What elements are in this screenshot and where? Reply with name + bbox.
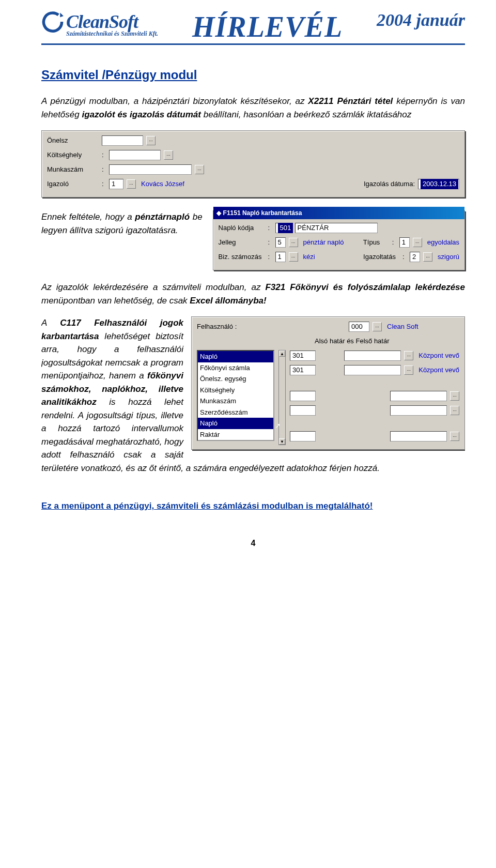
form1-koltseghely-field[interactable]	[109, 150, 161, 160]
f2-bizszamozas-label: Biz. számozás	[219, 252, 265, 262]
lookup-button[interactable]: ...	[127, 179, 136, 189]
f3-felhasznalo-name: Clean Soft	[387, 322, 459, 332]
scroll-up-icon[interactable]: ▲	[279, 351, 285, 357]
page-number: 4	[41, 539, 465, 548]
logo-subtitle: Számítástechnikai és Számviteli Kft.	[66, 30, 158, 38]
f3-felhasznalo-field[interactable]: 000	[349, 322, 369, 332]
f3-upper4-field[interactable]	[390, 405, 447, 416]
list-item[interactable]: Napló	[198, 418, 273, 429]
logo: CleanSoft Számítástechnikai és Számvitel…	[41, 10, 158, 38]
newsletter-date: 2004 január	[377, 10, 465, 30]
lookup-button[interactable]: ...	[450, 406, 459, 415]
form1-munkaszam-label: Munkaszám	[47, 164, 99, 175]
f2-igazoltatas-label: Igazoltatás	[363, 252, 399, 262]
f2-igazoltatas-field[interactable]: 2	[410, 252, 420, 262]
list-item[interactable]: Önelsz. egység	[198, 373, 273, 385]
lookup-button[interactable]: ...	[289, 238, 298, 247]
lookup-button[interactable]: ...	[373, 322, 382, 331]
form2-panel: ◆ F1151 Napló karbantartása Napló kódja:…	[213, 210, 465, 270]
form1-igazolo-field[interactable]: 1	[109, 179, 123, 189]
f3-listbox[interactable]: Napló Főkönyvi számla Önelsz. egység Köl…	[197, 350, 274, 441]
f2-tipus-name: egyoldalas	[427, 237, 459, 248]
form1-igazolas-datum-label: Igazolás dátuma:	[364, 179, 415, 189]
cs-logo-icon	[41, 10, 64, 33]
logo-name: CleanSoft	[66, 11, 138, 33]
form1-panel: Önelsz ... Költséghely: ... Munkaszám: .…	[41, 130, 465, 197]
paragraph-3: Az igazolók lekérdezésére a számviteli m…	[41, 281, 465, 307]
form1-onelsz-field[interactable]	[102, 135, 143, 146]
list-item[interactable]: Főkönyvi számla	[198, 362, 273, 374]
list-item[interactable]: Napló	[198, 351, 273, 362]
f2-bizszamozas-name: kézi	[303, 252, 315, 262]
f2-tipus-field[interactable]: 1	[399, 237, 410, 248]
f3-header2: Alsó határ és Felső határ	[315, 336, 459, 346]
f3-lower3-field[interactable]	[290, 391, 316, 401]
note: Ez a menüpont a pénzügyi, számviteli és …	[41, 499, 465, 513]
paragraph-1: A pénzügyi modulban, a házipénztári bizo…	[41, 95, 465, 121]
app-icon: ◆	[216, 208, 221, 218]
form1-munkaszam-field[interactable]	[109, 164, 192, 175]
f2-naplokodja-field[interactable]: 501	[275, 223, 292, 233]
list-item[interactable]: Raktár	[198, 429, 273, 440]
form2-titlebar: ◆ F1151 Napló karbantartása	[213, 207, 464, 219]
lookup-button[interactable]: ...	[450, 432, 459, 441]
form1-igazolo-label: Igazoló	[47, 179, 99, 189]
f3-lower1-field[interactable]: 301	[290, 351, 316, 361]
lookup-button[interactable]: ...	[404, 366, 413, 375]
f3-upper1-field[interactable]	[344, 351, 401, 361]
form1-koltseghely-label: Költséghely	[47, 150, 99, 160]
f2-jelleg-label: Jelleg	[219, 237, 265, 248]
newsletter-title: HÍRLEVÉL	[158, 10, 377, 43]
list-item[interactable]: Szerződésszám	[198, 407, 273, 418]
lookup-button[interactable]: ...	[404, 351, 413, 360]
f3-upper1-name: Központ vevő	[419, 351, 459, 361]
page-header: CleanSoft Számítástechnikai és Számvitel…	[41, 10, 465, 45]
f3-lower2-field[interactable]: 301	[290, 365, 316, 375]
lookup-button[interactable]: ...	[289, 252, 298, 262]
f2-naplokodja-name[interactable]: PÉNZTÁR	[295, 223, 378, 233]
f3-upper2-field[interactable]	[344, 365, 401, 375]
form1-onelsz-label: Önelsz	[47, 135, 99, 146]
f3-upper5-field[interactable]	[390, 431, 447, 441]
f3-upper3-field[interactable]	[390, 391, 447, 401]
f2-tipus-label: Típus	[363, 237, 389, 248]
lookup-button[interactable]: ...	[164, 150, 173, 160]
lookup-button[interactable]: ...	[146, 136, 156, 145]
f2-igazoltatas-name: szigorú	[438, 252, 459, 262]
form1-igazolo-name: Kovács József	[141, 179, 184, 189]
paragraph-2: Ennek feltétele, hogy a pénztárnapló be …	[41, 210, 203, 237]
form1-igazolas-datum-field[interactable]: 2003.12.13	[418, 179, 459, 189]
f2-jelleg-name: pénztár napló	[303, 237, 344, 248]
list-item[interactable]: Munkaszám	[198, 395, 273, 407]
f3-felhasznalo-label: Felhasználó :	[197, 322, 237, 332]
f2-naplokodja-label: Napló kódja	[219, 223, 265, 233]
f2-jelleg-field[interactable]: 5	[275, 237, 286, 248]
f3-upper2-name: Központ vevő	[419, 365, 459, 375]
lookup-button[interactable]: ...	[195, 165, 204, 174]
scroll-down-icon[interactable]: ▼	[279, 438, 285, 445]
lookup-button[interactable]: ...	[450, 391, 459, 401]
list-item[interactable]: Költséghely	[198, 385, 273, 396]
f3-lower4-field[interactable]	[290, 405, 316, 416]
section-heading: Számvitel /Pénzügy modul	[41, 66, 465, 84]
f3-lower5-field[interactable]	[290, 431, 316, 441]
lookup-button[interactable]: ...	[423, 252, 432, 262]
f2-bizszamozas-field[interactable]: 1	[275, 252, 286, 262]
lookup-button[interactable]: ...	[413, 238, 422, 247]
form3-panel: Felhasználó : 000 ... Clean Soft Alsó ha…	[191, 316, 465, 450]
